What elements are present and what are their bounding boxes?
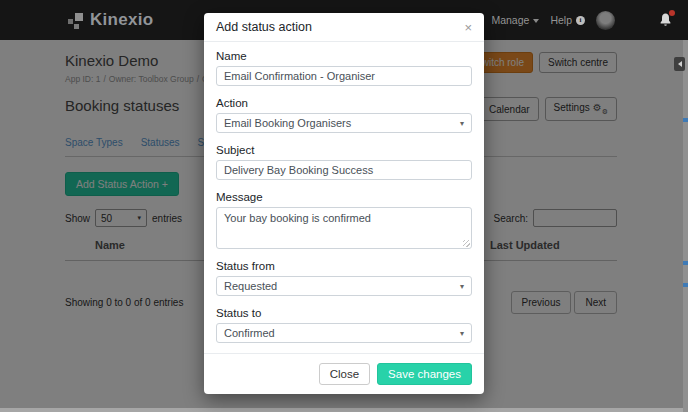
chevron-down-icon: ▾: [460, 282, 464, 291]
name-label: Name: [216, 50, 472, 62]
scrollbar-mark: [683, 118, 688, 122]
nav-manage-label: Manage: [491, 14, 529, 26]
brand-name: Kinexio: [90, 10, 154, 30]
close-button[interactable]: Close: [319, 363, 370, 385]
action-select-value: Email Booking Organisers: [224, 117, 351, 129]
chevron-down-icon: ▾: [460, 119, 464, 128]
modal-title: Add status action: [216, 20, 312, 34]
message-label: Message: [216, 191, 472, 203]
close-icon[interactable]: ×: [464, 21, 472, 34]
action-select[interactable]: Email Booking Organisers ▾: [216, 113, 472, 133]
status-from-value: Requested: [224, 280, 277, 292]
add-status-action-modal: Add status action × Name Action Email Bo…: [204, 13, 484, 394]
notification-dot: [669, 10, 675, 16]
subject-field[interactable]: [216, 160, 472, 180]
status-from-select[interactable]: Requested ▾: [216, 276, 472, 296]
message-field[interactable]: Your bay booking is confirmed: [216, 207, 472, 249]
notifications-bell-icon[interactable]: [659, 12, 674, 28]
vertical-scrollbar[interactable]: [683, 40, 688, 412]
subject-label: Subject: [216, 144, 472, 156]
status-to-value: Confirmed: [224, 327, 275, 339]
action-label: Action: [216, 97, 472, 109]
brand[interactable]: Kinexio: [68, 10, 154, 30]
chevron-left-icon: [678, 61, 682, 67]
status-to-label: Status to: [216, 307, 472, 319]
info-icon: i: [576, 16, 585, 25]
nav-help-label: Help: [550, 14, 572, 26]
status-to-select[interactable]: Confirmed ▾: [216, 323, 472, 343]
status-from-label: Status from: [216, 260, 472, 272]
collapse-panel-toggle[interactable]: [674, 57, 685, 71]
name-field[interactable]: [216, 66, 472, 86]
resize-grip-icon[interactable]: [463, 240, 470, 247]
app-window: Kinexio Reports Manage Help i: [0, 0, 688, 412]
nav-help[interactable]: Help i: [550, 14, 585, 26]
save-changes-button[interactable]: Save changes: [377, 363, 472, 385]
chevron-down-icon: ▾: [460, 329, 464, 338]
scrollbar-mark: [683, 283, 688, 287]
chevron-down-icon: [533, 19, 539, 23]
nav-manage[interactable]: Manage: [491, 14, 539, 26]
scrollbar-mark: [683, 261, 688, 265]
horizontal-scrollbar[interactable]: [0, 408, 683, 412]
user-avatar[interactable]: [596, 11, 615, 30]
kinexio-logo-icon: [68, 12, 83, 29]
